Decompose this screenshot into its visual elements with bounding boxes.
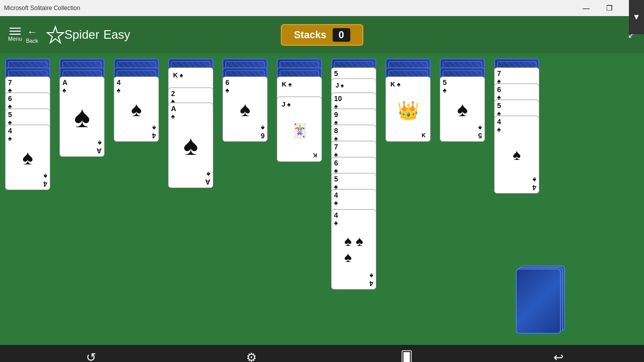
restore-button[interactable]: ❐ <box>598 0 621 16</box>
card-face[interactable]: 4♠ ♠ 4♠ <box>5 125 50 190</box>
column-8: K ♠ 👑 K <box>385 58 436 330</box>
column-3: 4♠ ♠ 4♠ <box>114 58 164 330</box>
title-bar: Microsoft Solitaire Collection — ❐ ✕ <box>0 0 644 16</box>
card-face[interactable]: 4♠ ♠ 4♠ <box>494 116 539 194</box>
minimize-button[interactable]: — <box>575 0 598 16</box>
chevron-down-icon: ▼ <box>632 13 640 22</box>
hamburger-icon <box>10 28 21 35</box>
stacks-label: Stacks <box>294 29 327 41</box>
difficulty-label: Easy <box>103 28 130 42</box>
card-face[interactable]: 6♠ ♠ 6♠ <box>222 76 268 142</box>
column-1: 7♠ ♠ 6♠ ♠ 5♠ ♠ 4♠ ♠ 4♠ <box>5 58 55 330</box>
card-face[interactable]: 4♠ ♠ 4♠ <box>114 76 159 142</box>
back-arrow-icon: ← <box>27 26 37 38</box>
try-again-icon: ↺ <box>86 350 96 363</box>
jack-card[interactable]: J ♠ 🃏 K <box>277 97 322 162</box>
column-5: 6♠ ♠ 6♠ <box>222 58 273 330</box>
options-button[interactable]: ⚙ Options <box>240 350 263 363</box>
back-label: Back <box>26 38 38 44</box>
try-again-button[interactable]: ↺ Try again <box>77 350 105 363</box>
deck-pile[interactable] <box>516 265 566 336</box>
game-header: Menu ← Back Spider Easy Stacks 0 ⤢ <box>0 16 644 53</box>
card-face[interactable]: A♠ ♠ A♠ <box>168 103 213 188</box>
card-face[interactable]: 4♠ ♠ ♠♠ 4♠ <box>331 209 376 290</box>
card-face[interactable]: 5♠ ♠ 5♠ <box>440 76 485 142</box>
column-2: A♠ ♠ A♠ <box>59 58 110 330</box>
column-4: K ♠ 👑♠ 2♠ ♠ A♠ ♠ A♠ <box>168 58 218 330</box>
back-button[interactable]: ← Back <box>26 26 38 44</box>
cards-button[interactable]: 🂠 Cards <box>398 350 416 363</box>
card-face[interactable]: A♠ ♠ A♠ <box>59 76 105 157</box>
cards-icon: 🂠 <box>400 350 413 363</box>
column-9: 5♠ ♠ 5♠ <box>440 58 490 330</box>
stacks-counter: Stacks 0 <box>281 24 363 46</box>
bottom-toolbar: ↺ Try again ⚙ Options 🂠 Cards ↩ Undo ▼ <box>0 345 644 362</box>
stacks-value: 0 <box>333 28 350 42</box>
game-title: Spider <box>64 28 99 42</box>
game-area: 7♠ ♠ 6♠ ♠ 5♠ ♠ 4♠ ♠ 4♠ A♠ ♠ A♠ 4♠ <box>0 53 644 345</box>
menu-label: Menu <box>8 36 22 42</box>
spider-logo <box>46 26 64 44</box>
undo-icon: ↩ <box>553 350 564 363</box>
toolbar-expand-button[interactable]: ▼ <box>629 0 644 34</box>
undo-button[interactable]: ↩ Undo <box>550 350 566 363</box>
window-title: Microsoft Solitaire Collection <box>4 5 640 12</box>
menu-button[interactable]: Menu <box>8 28 22 42</box>
svg-marker-0 <box>47 27 63 43</box>
king-card[interactable]: K ♠ 👑 K <box>385 76 431 142</box>
options-icon: ⚙ <box>246 350 257 363</box>
column-6: K ♠ 👑 J ♠ 🃏 K <box>277 58 327 330</box>
column-7: 5♠ J ♠ 🃏 10♠ 9♠ 8♠ 7♠ 6♠ 5♠ 4♠ 4♠ ♠ ♠♠ <box>331 58 381 345</box>
